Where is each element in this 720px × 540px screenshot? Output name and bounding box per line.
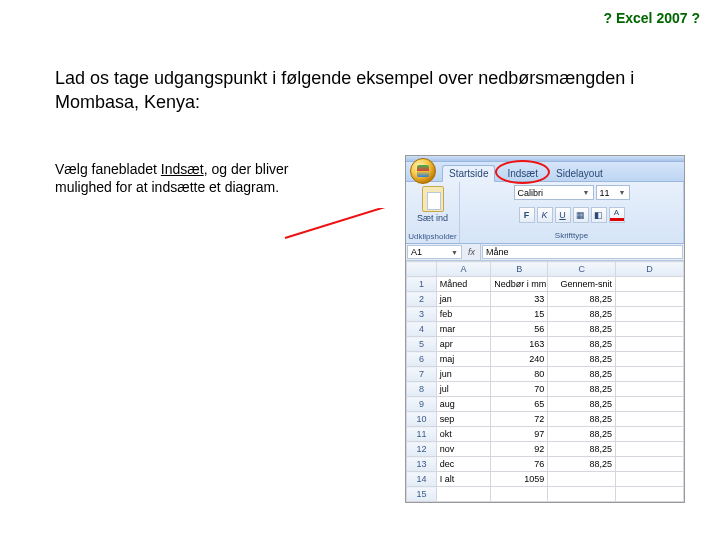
cell[interactable] xyxy=(616,277,684,292)
tab-indsaet[interactable]: Indsæt xyxy=(501,166,544,181)
table-row[interactable]: 11okt9788,25 xyxy=(407,427,684,442)
cell[interactable] xyxy=(491,487,548,502)
cell[interactable] xyxy=(548,472,616,487)
cell[interactable]: 97 xyxy=(491,427,548,442)
table-row[interactable]: 6maj24088,25 xyxy=(407,352,684,367)
cell[interactable]: 80 xyxy=(491,367,548,382)
cell[interactable]: 76 xyxy=(491,457,548,472)
cell[interactable]: feb xyxy=(436,307,490,322)
cell[interactable] xyxy=(436,487,490,502)
cell[interactable]: 1059 xyxy=(491,472,548,487)
row-header[interactable]: 3 xyxy=(407,307,437,322)
column-headers[interactable]: A B C D xyxy=(407,262,684,277)
paste-button[interactable]: Sæt ind xyxy=(417,184,448,223)
col-header-a[interactable]: A xyxy=(436,262,490,277)
cell[interactable]: okt xyxy=(436,427,490,442)
italic-button[interactable]: K xyxy=(537,207,553,223)
cell[interactable]: 65 xyxy=(491,397,548,412)
row-header[interactable]: 14 xyxy=(407,472,437,487)
table-row[interactable]: 1 Måned Nedbør i mm Gennem-snit xyxy=(407,277,684,292)
cell[interactable] xyxy=(616,307,684,322)
cell[interactable] xyxy=(616,337,684,352)
spreadsheet-grid[interactable]: A B C D 1 Måned Nedbør i mm Gennem-snit … xyxy=(406,261,684,502)
table-row[interactable]: 9aug6588,25 xyxy=(407,397,684,412)
table-row[interactable]: 14I alt1059 xyxy=(407,472,684,487)
cell[interactable] xyxy=(616,322,684,337)
cell[interactable]: jun xyxy=(436,367,490,382)
cell[interactable] xyxy=(616,427,684,442)
bold-button[interactable]: F xyxy=(519,207,535,223)
cell[interactable]: I alt xyxy=(436,472,490,487)
row-header[interactable]: 10 xyxy=(407,412,437,427)
cell[interactable] xyxy=(616,412,684,427)
cell[interactable]: 88,25 xyxy=(548,367,616,382)
cell[interactable]: Måned xyxy=(436,277,490,292)
cell[interactable] xyxy=(616,457,684,472)
cell[interactable]: 88,25 xyxy=(548,292,616,307)
table-row[interactable]: 8jul7088,25 xyxy=(407,382,684,397)
fx-icon[interactable]: fx xyxy=(463,244,481,260)
col-header-c[interactable]: C xyxy=(548,262,616,277)
table-row[interactable]: 4mar5688,25 xyxy=(407,322,684,337)
cell[interactable]: 33 xyxy=(491,292,548,307)
cell[interactable]: 88,25 xyxy=(548,442,616,457)
row-header[interactable]: 5 xyxy=(407,337,437,352)
office-button[interactable] xyxy=(410,158,436,184)
row-header[interactable]: 1 xyxy=(407,277,437,292)
cell[interactable]: 163 xyxy=(491,337,548,352)
table-row[interactable]: 5apr16388,25 xyxy=(407,337,684,352)
table-row[interactable]: 15 xyxy=(407,487,684,502)
cell[interactable]: 88,25 xyxy=(548,352,616,367)
table-row[interactable]: 3feb1588,25 xyxy=(407,307,684,322)
row-header[interactable]: 6 xyxy=(407,352,437,367)
row-header[interactable]: 15 xyxy=(407,487,437,502)
row-header[interactable]: 13 xyxy=(407,457,437,472)
cell[interactable]: Gennem-snit xyxy=(548,277,616,292)
border-button[interactable]: ▦ xyxy=(573,207,589,223)
cell[interactable]: mar xyxy=(436,322,490,337)
cell[interactable] xyxy=(616,382,684,397)
row-header[interactable]: 11 xyxy=(407,427,437,442)
table-row[interactable]: 7jun8088,25 xyxy=(407,367,684,382)
cell[interactable]: apr xyxy=(436,337,490,352)
underline-button[interactable]: U xyxy=(555,207,571,223)
font-size-combo[interactable]: 11 ▼ xyxy=(596,185,630,200)
cell[interactable]: aug xyxy=(436,397,490,412)
row-header[interactable]: 9 xyxy=(407,397,437,412)
cell[interactable]: 15 xyxy=(491,307,548,322)
cell[interactable]: 88,25 xyxy=(548,382,616,397)
font-color-button[interactable]: A xyxy=(609,207,625,223)
row-header[interactable]: 4 xyxy=(407,322,437,337)
cell[interactable] xyxy=(616,442,684,457)
cell[interactable]: 88,25 xyxy=(548,427,616,442)
cell[interactable] xyxy=(616,487,684,502)
tab-startside[interactable]: Startside xyxy=(442,165,495,182)
cell[interactable]: 56 xyxy=(491,322,548,337)
row-header[interactable]: 2 xyxy=(407,292,437,307)
table-row[interactable]: 10sep7288,25 xyxy=(407,412,684,427)
cell[interactable]: 88,25 xyxy=(548,397,616,412)
col-header-d[interactable]: D xyxy=(616,262,684,277)
cell[interactable] xyxy=(616,352,684,367)
font-name-combo[interactable]: Calibri ▼ xyxy=(514,185,594,200)
cell[interactable]: 88,25 xyxy=(548,322,616,337)
cell[interactable]: nov xyxy=(436,442,490,457)
cell[interactable]: jul xyxy=(436,382,490,397)
col-header-b[interactable]: B xyxy=(491,262,548,277)
cell[interactable]: 88,25 xyxy=(548,307,616,322)
cell[interactable]: maj xyxy=(436,352,490,367)
cell[interactable] xyxy=(616,292,684,307)
cell[interactable]: 88,25 xyxy=(548,337,616,352)
cell[interactable]: dec xyxy=(436,457,490,472)
cell[interactable] xyxy=(548,487,616,502)
table-row[interactable]: 2jan3388,25 xyxy=(407,292,684,307)
row-header[interactable]: 12 xyxy=(407,442,437,457)
row-header[interactable]: 7 xyxy=(407,367,437,382)
table-row[interactable]: 13dec7688,25 xyxy=(407,457,684,472)
cell[interactable]: 88,25 xyxy=(548,457,616,472)
cell[interactable]: 72 xyxy=(491,412,548,427)
cell[interactable]: jan xyxy=(436,292,490,307)
cell[interactable] xyxy=(616,367,684,382)
cell[interactable] xyxy=(616,397,684,412)
cell[interactable] xyxy=(616,472,684,487)
